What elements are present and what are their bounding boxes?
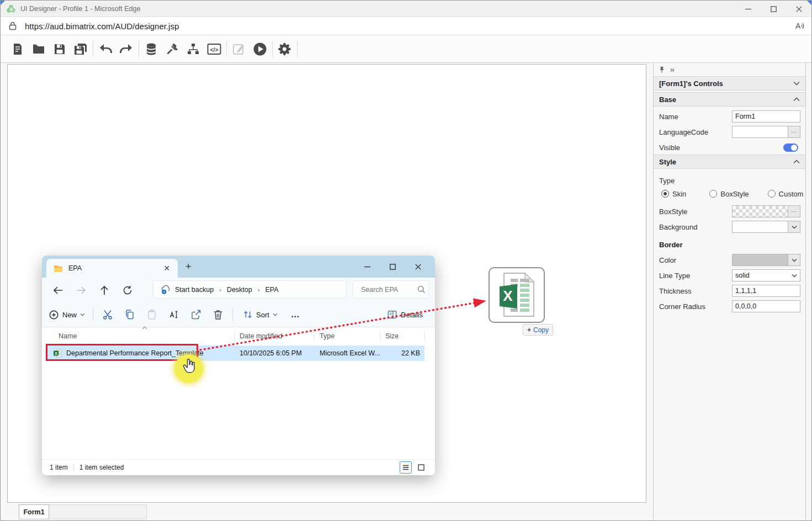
more-options-button[interactable]: …: [291, 310, 300, 320]
details-button[interactable]: Details: [387, 310, 423, 320]
build-tools-icon: [166, 42, 179, 56]
breadcrumb-epa[interactable]: EPA: [265, 286, 278, 294]
explorer-statusbar: 1 item 1 item selected: [42, 459, 435, 475]
breadcrumb-desktop[interactable]: Desktop: [227, 286, 252, 294]
breadcrumb[interactable]: Start backup › Desktop › EPA: [153, 280, 347, 299]
languagecode-input[interactable]: [732, 126, 788, 138]
controls-header[interactable]: [Form1]'s Controls: [654, 76, 805, 91]
undo-button[interactable]: [95, 40, 116, 59]
toolbar-divider: [272, 41, 273, 57]
window-title: UI Designer - Profile 1 - Microsoft Edge: [20, 5, 140, 13]
maximize-button[interactable]: [761, 1, 786, 17]
open-folder-icon: [32, 42, 45, 56]
back-button[interactable]: [49, 281, 67, 300]
paste-icon: [146, 309, 157, 320]
base-section-header[interactable]: Base: [654, 92, 805, 107]
border-color-dropdown-button[interactable]: [788, 254, 800, 266]
thickness-input[interactable]: [732, 285, 800, 297]
code-editor-icon: </>: [207, 43, 221, 55]
redo-button[interactable]: [116, 40, 137, 59]
sort-button[interactable]: Sort: [243, 310, 278, 320]
undo-icon: [98, 43, 113, 55]
collapse-panel-icon[interactable]: »: [670, 65, 675, 74]
share-button[interactable]: [185, 305, 207, 324]
cut-button[interactable]: [97, 305, 119, 324]
languagecode-ellipsis-button[interactable]: ···: [788, 126, 800, 138]
radio-boxstyle-label: BoxStyle: [720, 190, 749, 198]
minimize-button[interactable]: [735, 1, 761, 17]
column-header-size[interactable]: Size: [385, 330, 399, 342]
settings-button[interactable]: [274, 40, 295, 59]
explorer-close-button[interactable]: [405, 257, 431, 277]
database-button[interactable]: [141, 40, 162, 59]
languagecode-label: LanguageCode: [659, 128, 732, 136]
edge-window: A UI Designer - Profile 1 - Microsoft Ed…: [0, 0, 812, 521]
boxstyle-swatch[interactable]: [732, 205, 788, 217]
open-folder-button[interactable]: [28, 40, 49, 59]
build-tools-button[interactable]: [162, 40, 183, 59]
highlight-rectangle: [46, 344, 198, 361]
corner-radius-input[interactable]: [732, 300, 800, 312]
radio-skin[interactable]: Skin: [661, 190, 686, 198]
new-button[interactable]: New: [49, 310, 85, 320]
rename-button[interactable]: [163, 305, 185, 324]
run-button[interactable]: [250, 40, 270, 59]
radio-custom[interactable]: Custom: [768, 190, 804, 198]
form-tab[interactable]: Form1: [19, 504, 49, 519]
forward-button: [72, 281, 91, 300]
toolbar-divider: [226, 41, 227, 57]
column-divider[interactable]: [380, 331, 380, 341]
read-aloud-icon[interactable]: A: [794, 20, 806, 32]
background-swatch[interactable]: [732, 221, 788, 233]
boxstyle-ellipsis-button[interactable]: ···: [788, 205, 800, 217]
rename-icon: [168, 309, 179, 320]
search-input[interactable]: [361, 286, 416, 294]
explorer-tab-epa[interactable]: EPA ✕: [46, 259, 178, 278]
new-file-button[interactable]: [7, 40, 28, 59]
new-tab-icon[interactable]: +: [185, 261, 192, 273]
style-section-header[interactable]: Style: [654, 155, 805, 169]
name-input[interactable]: [732, 110, 800, 123]
chevron-down-icon: [792, 274, 797, 278]
delete-button[interactable]: [207, 305, 229, 324]
column-divider[interactable]: [234, 331, 235, 341]
explorer-maximize-button[interactable]: [380, 257, 405, 277]
refresh-button[interactable]: [118, 281, 137, 300]
breadcrumb-start-backup[interactable]: Start backup: [175, 286, 214, 294]
chevron-down-icon: [80, 313, 85, 316]
code-editor-button[interactable]: </>: [204, 40, 225, 59]
visible-toggle[interactable]: [783, 143, 798, 152]
up-button[interactable]: [95, 281, 114, 300]
edit-button-disabled: [229, 40, 250, 59]
copy-button[interactable]: [119, 305, 141, 324]
column-header-date[interactable]: Date modified: [240, 330, 282, 342]
pin-icon[interactable]: [658, 66, 666, 74]
border-group-label: Border: [659, 241, 683, 249]
border-color-swatch[interactable]: [732, 254, 788, 266]
explorer-search-box[interactable]: [353, 280, 429, 299]
form-tab-label: Form1: [23, 508, 44, 516]
list-view-button[interactable]: [400, 461, 412, 474]
dropped-excel-file[interactable]: X: [489, 267, 545, 323]
url-text[interactable]: https://aud.bimatrix.com/AUD/designer.js…: [25, 22, 179, 31]
visible-label: Visible: [659, 143, 732, 152]
column-header-name[interactable]: Name: [59, 330, 77, 342]
save-button[interactable]: [49, 40, 70, 59]
save-all-button[interactable]: [70, 40, 91, 59]
radio-boxstyle[interactable]: BoxStyle: [709, 190, 749, 198]
radio-custom-label: Custom: [779, 190, 804, 198]
selected-count: 1 item selected: [79, 464, 124, 471]
explorer-tabstrip: EPA ✕ +: [42, 256, 435, 278]
column-divider[interactable]: [424, 331, 424, 341]
tab-close-icon[interactable]: ✕: [163, 264, 170, 273]
column-divider[interactable]: [314, 331, 314, 341]
explorer-minimize-button[interactable]: [354, 257, 380, 277]
edit-icon: [232, 42, 246, 56]
hierarchy-button[interactable]: [183, 40, 204, 59]
address-bar[interactable]: https://aud.bimatrix.com/AUD/designer.js…: [1, 17, 811, 35]
line-type-select[interactable]: solid: [732, 269, 800, 281]
type-radio-row: Skin BoxStyle Custom: [654, 187, 805, 201]
background-dropdown-button[interactable]: [788, 221, 800, 233]
icon-view-button[interactable]: [415, 461, 427, 474]
column-header-type[interactable]: Type: [320, 330, 335, 342]
